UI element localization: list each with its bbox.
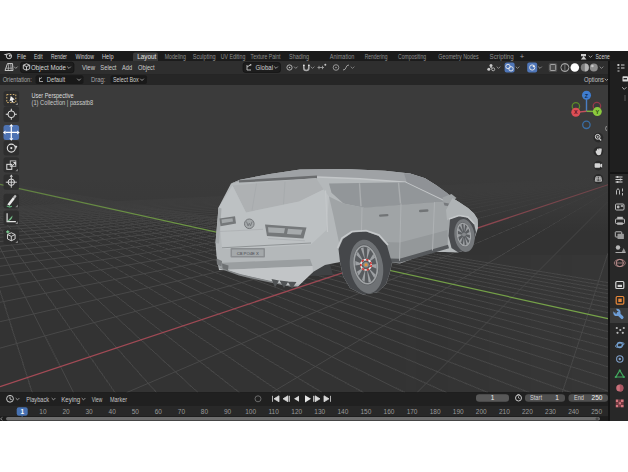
svg-text:Window: Window — [76, 53, 95, 60]
svg-text:+: + — [520, 53, 525, 60]
svg-text:190: 190 — [453, 408, 464, 415]
svg-text:70: 70 — [178, 408, 186, 415]
svg-text:220: 220 — [522, 408, 533, 415]
svg-text:150: 150 — [361, 408, 372, 415]
svg-text:Marker: Marker — [110, 396, 128, 403]
svg-text:160: 160 — [384, 408, 395, 415]
svg-text:Select: Select — [100, 64, 116, 71]
svg-text:Keying: Keying — [61, 396, 80, 404]
svg-text:30: 30 — [85, 408, 93, 415]
svg-text:Global: Global — [256, 64, 274, 71]
svg-text:130: 130 — [314, 408, 325, 415]
svg-text:Start: Start — [530, 394, 542, 401]
svg-text:20: 20 — [62, 408, 70, 415]
svg-text:Object: Object — [138, 64, 154, 72]
svg-text:Shading: Shading — [289, 53, 309, 61]
svg-text:Sculpting: Sculpting — [193, 53, 216, 61]
svg-text:View: View — [92, 396, 103, 403]
svg-text:250: 250 — [592, 394, 603, 401]
svg-text:Modeling: Modeling — [165, 53, 186, 61]
svg-text:Edit: Edit — [34, 53, 43, 60]
svg-text:240: 240 — [568, 408, 579, 415]
svg-text:CB PO4E X: CB PO4E X — [237, 251, 259, 256]
svg-text:Help: Help — [102, 53, 114, 61]
svg-text:Texture Paint: Texture Paint — [251, 53, 281, 60]
svg-text:Y: Y — [595, 109, 599, 115]
svg-text:140: 140 — [337, 408, 348, 415]
svg-text:X: X — [574, 109, 578, 115]
svg-text:Render: Render — [51, 53, 68, 60]
svg-text:File: File — [17, 53, 26, 60]
svg-text:Playback: Playback — [26, 396, 49, 404]
svg-text:End: End — [574, 394, 584, 401]
svg-text:40: 40 — [109, 408, 117, 415]
svg-text:(1) Collection | passatb8: (1) Collection | passatb8 — [32, 99, 94, 107]
svg-text:170: 170 — [407, 408, 418, 415]
svg-text:Geometry Nodes: Geometry Nodes — [438, 53, 479, 61]
svg-text:180: 180 — [430, 408, 441, 415]
svg-text:200: 200 — [476, 408, 487, 415]
svg-text:100: 100 — [245, 408, 256, 415]
svg-text:Rendering: Rendering — [365, 53, 388, 61]
svg-text:120: 120 — [291, 408, 302, 415]
svg-text:90: 90 — [224, 408, 232, 415]
svg-text:Add: Add — [122, 64, 132, 71]
svg-text:UV Editing: UV Editing — [221, 53, 246, 61]
svg-text:10: 10 — [39, 408, 47, 415]
svg-text:1: 1 — [491, 394, 495, 401]
svg-text:Object Mode: Object Mode — [31, 64, 66, 72]
svg-text:50: 50 — [132, 408, 140, 415]
svg-text:Compositing: Compositing — [398, 53, 426, 61]
svg-text:Layout: Layout — [137, 53, 156, 61]
svg-text:250: 250 — [591, 408, 602, 415]
svg-text:Scene: Scene — [596, 53, 610, 60]
svg-text:View: View — [82, 64, 95, 71]
svg-text:Animation: Animation — [330, 53, 355, 60]
svg-text:230: 230 — [545, 408, 556, 415]
svg-text:Orientation:: Orientation: — [3, 76, 32, 83]
svg-text:Default: Default — [47, 76, 65, 83]
svg-text:Options: Options — [584, 76, 605, 84]
svg-text:210: 210 — [499, 408, 510, 415]
svg-text:Select Box: Select Box — [113, 76, 139, 83]
svg-text:80: 80 — [201, 408, 209, 415]
svg-text:1: 1 — [555, 394, 559, 401]
svg-text:Scripting: Scripting — [490, 53, 514, 61]
svg-text:110: 110 — [268, 408, 279, 415]
svg-text:1: 1 — [20, 408, 24, 415]
svg-text:60: 60 — [155, 408, 163, 415]
svg-text:Drag:: Drag: — [91, 76, 105, 84]
